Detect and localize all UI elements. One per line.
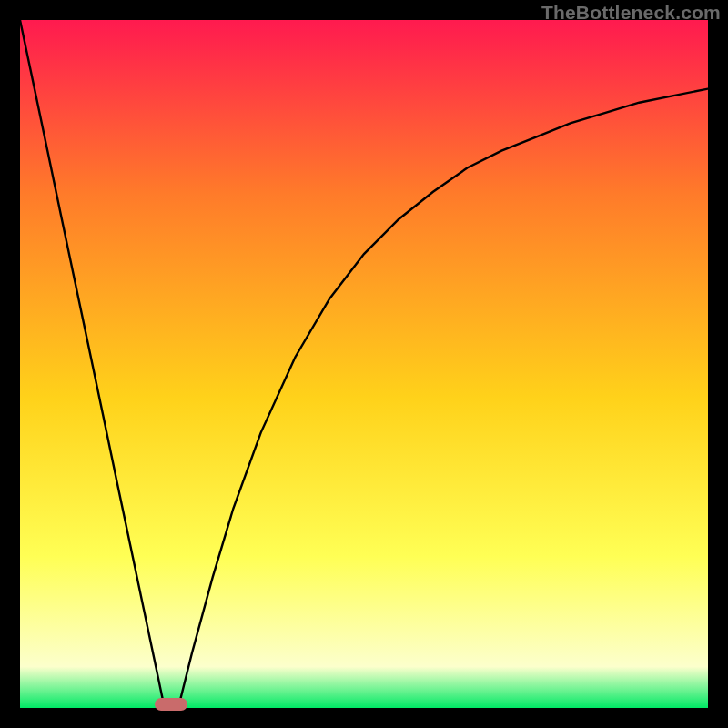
watermark-text: TheBottleneck.com [541,2,721,24]
chart-plot [20,20,708,708]
gradient-background [20,20,708,708]
trough-marker [155,698,187,711]
chart-frame [20,20,708,708]
